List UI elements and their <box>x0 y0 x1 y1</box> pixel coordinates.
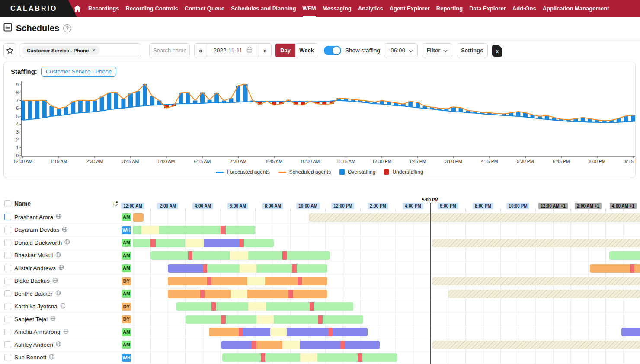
schedule-segment-purple[interactable] <box>221 341 252 349</box>
schedule-segment-green[interactable] <box>192 251 230 260</box>
schedule-segment-red[interactable] <box>318 315 323 324</box>
schedule-segment-orange[interactable] <box>133 213 144 222</box>
schedule-segment-purple[interactable] <box>287 328 328 336</box>
favorite-button[interactable] <box>3 43 16 57</box>
search-name-input[interactable] <box>149 43 190 57</box>
schedule-segment-yellow[interactable] <box>270 328 287 336</box>
schedule-segment-hatch[interactable] <box>309 213 640 222</box>
schedule-segment-purple[interactable] <box>168 264 203 273</box>
schedule-segment-green[interactable] <box>207 264 240 273</box>
schedule-segment-red[interactable] <box>240 239 244 247</box>
agent-row-ashley-andeen[interactable]: Ashley AndeenAM <box>0 338 640 351</box>
agent-row-sanjeet-tejal[interactable]: Sanjeet TejalDY <box>0 313 640 326</box>
schedule-segment-orange[interactable] <box>209 328 239 336</box>
schedule-segment-green[interactable] <box>265 353 300 362</box>
agent-row-dayaram-devdas[interactable]: Dayaram DevdasWH <box>0 224 640 237</box>
agent-row-amelia-armstrong[interactable]: Amelia ArmstrongAM <box>0 326 640 339</box>
schedule-segment-green[interactable] <box>226 315 256 324</box>
schedule-segment-red[interactable] <box>203 264 207 273</box>
nav-item-recordings[interactable]: Recordings <box>88 0 119 17</box>
schedule-segment-green[interactable] <box>159 226 221 234</box>
sort-az-icon[interactable]: ↓ AZ <box>112 200 118 207</box>
schedule-segment-green[interactable] <box>317 353 358 362</box>
schedule-segment-hatch[interactable] <box>448 290 640 298</box>
schedule-bar[interactable] <box>590 264 640 273</box>
agent-row-karthika-jyotsna[interactable]: Karthika JyotsnaDY <box>0 300 640 313</box>
schedule-segment-red[interactable] <box>298 277 302 285</box>
schedule-segment-orange[interactable] <box>590 264 630 273</box>
agent-row-sue-bennett[interactable]: Sue BennettWH <box>0 351 640 364</box>
row-checkbox[interactable] <box>4 290 11 297</box>
settings-button[interactable]: Settings <box>457 43 488 57</box>
schedule-bar[interactable] <box>150 251 330 260</box>
schedule-bar[interactable] <box>621 328 640 336</box>
nav-item-analytics[interactable]: Analytics <box>358 0 383 17</box>
row-checkbox[interactable] <box>4 265 11 271</box>
schedule-bar[interactable] <box>133 226 256 234</box>
nav-item-agent-explorer[interactable]: Agent Explorer <box>390 0 430 17</box>
timezone-select[interactable]: -06:00 <box>384 43 418 57</box>
schedule-segment-hatch[interactable] <box>432 341 640 349</box>
next-day-button[interactable]: » <box>259 43 272 57</box>
schedule-segment-red[interactable] <box>282 251 287 260</box>
schedule-segment-green[interactable] <box>133 239 150 247</box>
export-button[interactable]: x <box>491 43 504 57</box>
schedule-segment-green[interactable] <box>266 302 310 311</box>
schedule-segment-orange[interactable] <box>265 277 298 285</box>
schedule-segment-orange[interactable] <box>634 264 640 273</box>
schedule-segment-yellow[interactable] <box>248 302 266 311</box>
schedule-segment-red[interactable] <box>221 315 226 324</box>
schedule-segment-red[interactable] <box>630 264 634 273</box>
schedule-segment-green[interactable] <box>156 239 186 247</box>
schedule-bar[interactable] <box>133 213 144 222</box>
schedule-segment-purple[interactable] <box>345 341 380 349</box>
row-checkbox[interactable] <box>4 303 11 310</box>
queue-filter-input[interactable]: Customer Service - Phone ✕ <box>20 43 141 57</box>
schedule-segment-red[interactable] <box>292 264 297 273</box>
schedule-segment-yellow[interactable] <box>282 341 300 349</box>
schedule-bar[interactable] <box>186 315 363 324</box>
row-checkbox[interactable] <box>4 316 11 322</box>
schedule-bar[interactable] <box>221 341 380 349</box>
schedule-segment-orange[interactable] <box>168 290 200 298</box>
agent-row-blake-backus[interactable]: Blake BackusDY <box>0 275 640 288</box>
schedule-segment-red[interactable] <box>211 302 216 311</box>
schedule-segment-purple[interactable] <box>621 328 640 336</box>
schedule-bar[interactable] <box>168 264 327 273</box>
schedule-segment-red[interactable] <box>288 290 293 298</box>
schedule-segment-yellow[interactable] <box>231 290 247 298</box>
schedule-segment-red[interactable] <box>150 239 156 247</box>
row-checkbox[interactable] <box>4 227 11 233</box>
schedule-segment-yellow[interactable] <box>256 315 274 324</box>
schedule-segment-orange[interactable] <box>247 290 288 298</box>
staffing-queue-chip[interactable]: Customer Service - Phone <box>41 67 116 77</box>
schedule-bar[interactable] <box>222 353 397 362</box>
nav-item-contact-queue[interactable]: Contact Queue <box>185 0 224 17</box>
schedule-bar[interactable] <box>609 251 640 260</box>
agent-row-benthe-bakker[interactable]: Benthe BakkerAM <box>0 287 640 300</box>
schedule-segment-red[interactable] <box>358 353 362 362</box>
schedule-segment-green[interactable] <box>297 264 327 273</box>
schedule-segment-orange[interactable] <box>256 341 283 349</box>
schedule-segment-red[interactable] <box>328 328 333 336</box>
schedule-segment-yellow[interactable] <box>141 226 159 234</box>
schedule-segment-green[interactable] <box>609 251 640 260</box>
schedule-segment-orange[interactable] <box>302 277 327 285</box>
show-staffing-toggle[interactable] <box>324 46 341 55</box>
schedule-segment-yellow[interactable] <box>247 277 265 285</box>
nav-item-reporting[interactable]: Reporting <box>436 0 463 17</box>
schedule-segment-orange[interactable] <box>168 277 207 285</box>
schedule-segment-green[interactable] <box>323 315 363 324</box>
schedule-segment-yellow[interactable] <box>300 353 318 362</box>
row-checkbox[interactable] <box>4 214 11 220</box>
schedule-bar[interactable] <box>209 328 368 336</box>
previous-day-button[interactable]: « <box>194 43 207 57</box>
nav-item-data-explorer[interactable]: Data Explorer <box>469 0 506 17</box>
schedule-segment-red[interactable] <box>188 251 192 260</box>
schedule-bar[interactable] <box>176 302 353 311</box>
schedule-segment-red[interactable] <box>239 328 243 336</box>
schedule-segment-yellow[interactable] <box>230 251 249 260</box>
date-picker[interactable]: 2022-11-11 <box>207 43 259 57</box>
filter-dropdown[interactable]: Filter <box>422 43 452 57</box>
schedule-segment-red[interactable] <box>340 341 345 349</box>
